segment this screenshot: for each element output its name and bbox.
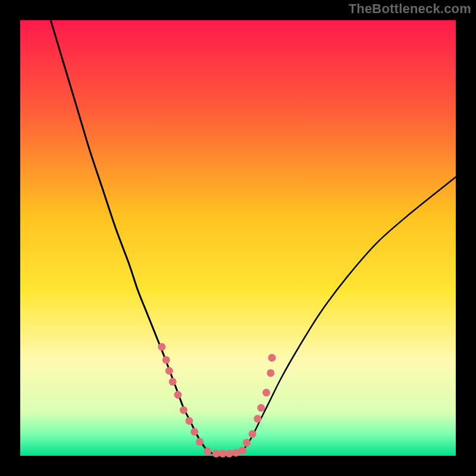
benchmark-dot bbox=[239, 447, 246, 455]
benchmark-dot bbox=[196, 438, 203, 446]
benchmark-dot bbox=[158, 343, 165, 351]
watermark-text: TheBottleneck.com bbox=[349, 1, 471, 17]
benchmark-dot bbox=[190, 428, 198, 436]
benchmark-dot bbox=[203, 447, 211, 455]
benchmark-dots-group bbox=[158, 343, 275, 458]
benchmark-dot bbox=[226, 450, 233, 458]
plot-area bbox=[20, 20, 456, 456]
benchmark-dot bbox=[267, 369, 274, 377]
benchmark-dot bbox=[186, 417, 193, 425]
benchmark-dot bbox=[262, 389, 270, 396]
chart-svg bbox=[20, 20, 456, 456]
benchmark-dot bbox=[174, 391, 181, 399]
benchmark-dot bbox=[268, 354, 276, 362]
benchmark-dot bbox=[257, 404, 265, 412]
benchmark-dot bbox=[162, 356, 170, 364]
benchmark-dot bbox=[249, 430, 256, 438]
benchmark-dot bbox=[243, 439, 250, 447]
benchmark-dot bbox=[169, 378, 177, 386]
right-branch-curve bbox=[242, 177, 456, 452]
benchmark-dot bbox=[253, 415, 261, 422]
benchmark-dot bbox=[165, 367, 173, 375]
outer-frame: TheBottleneck.com bbox=[0, 0, 476, 476]
left-branch-curve bbox=[51, 20, 208, 452]
benchmark-dot bbox=[180, 406, 187, 414]
